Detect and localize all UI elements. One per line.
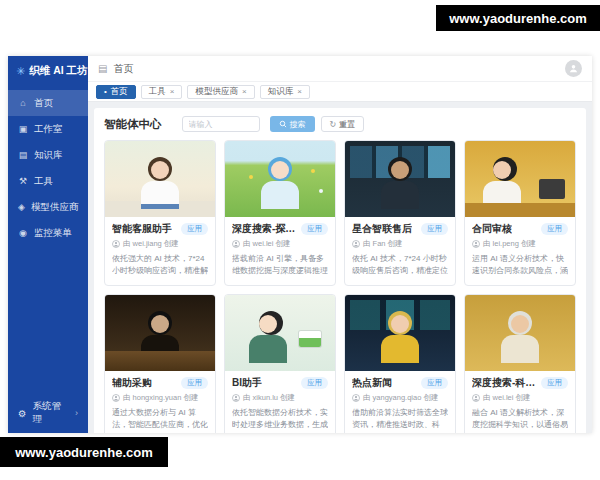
breadcrumb-grid-icon[interactable]: ▤: [98, 63, 107, 74]
sidebar-item-label: 知识库: [34, 149, 63, 162]
close-icon[interactable]: ×: [242, 87, 247, 96]
tab-home[interactable]: • 首页: [96, 85, 136, 99]
card-author-label: 由 wei.jiang 创建: [123, 239, 179, 249]
office-woman-illustration: [465, 141, 575, 217]
search-button[interactable]: 搜索: [270, 116, 315, 132]
illustration-figure: [151, 161, 169, 179]
sidebar-item-system-management[interactable]: ⚙ 系统管理 ›: [8, 401, 88, 425]
sidebar-item-label: 监控菜单: [34, 227, 72, 240]
illustration-figure: [391, 315, 409, 333]
card-author: 由 xikun.lu 创建: [232, 393, 328, 403]
illustration-figure: [501, 335, 539, 363]
card-description: 融合 AI 语义解析技术，深度挖掘科学知识，以通俗易懂解读专业概念，为科普探索提…: [472, 407, 568, 432]
sidebar-item-model-providers[interactable]: ◈ 模型供应商: [8, 194, 88, 220]
newsroom-woman-illustration: [345, 295, 455, 371]
app-type-badge: 应用: [301, 223, 328, 235]
tab-knowledge[interactable]: 知识库 ×: [260, 85, 310, 99]
card-procurement-assistant[interactable]: 辅助采购 应用 由 hongxing.yuan 创建 通过大数据分析与 A: [104, 294, 216, 433]
main-area: ▤ 首页 • 首页 工具 × 模型供应商 × 知: [88, 56, 592, 433]
reset-button[interactable]: ↻ 重置: [321, 116, 365, 132]
card-author: 由 yangyang.qiao 创建: [352, 393, 448, 403]
card-author-label: 由 hongxing.yuan 创建: [123, 393, 198, 403]
reset-icon: ↻: [330, 120, 337, 129]
card-bi-assistant[interactable]: BI助手 应用 由 xikun.lu 创建 依托智能数据分析技术，实时处理: [224, 294, 336, 433]
card-title: 星合智联售后: [352, 222, 412, 236]
illustration-figure: [493, 161, 511, 179]
breadcrumb[interactable]: 首页: [113, 62, 133, 76]
panel-toolbar: 智能体中心 搜索 ↻ 重置: [104, 116, 576, 132]
sidebar-item-knowledge[interactable]: ▤ 知识库: [8, 142, 88, 168]
card-description: 借助前沿算法实时筛选全球资讯，精准推送时政、科技、文娱等热点，助你快速掌握天下要…: [352, 407, 448, 432]
card-deep-search-explore[interactable]: 深度搜索-探索版 应用 由 wei.lei 创建 搭载前沿 AI 引擎，具: [224, 140, 336, 286]
card-author-label: 由 Fan 创建: [363, 239, 403, 249]
illustration-figure: [261, 181, 299, 209]
search-input[interactable]: [182, 116, 260, 132]
active-dot-icon: •: [104, 88, 107, 96]
tab-model-providers[interactable]: 模型供应商 ×: [187, 85, 254, 99]
card-author: 由 hongxing.yuan 创建: [112, 393, 208, 403]
card-author-label: 由 xikun.lu 创建: [243, 393, 295, 403]
home-icon: ⌂: [18, 98, 28, 108]
card-author-label: 由 wei.lei 创建: [483, 393, 531, 403]
card-title: 热点新闻: [352, 376, 392, 390]
app-type-badge: 应用: [421, 377, 448, 389]
card-deep-search-science[interactable]: 深度搜索-科普版 应用 由 wei.lei 创建 融合 AI 语义解析技术: [464, 294, 576, 433]
illustration-figure: [151, 315, 169, 333]
card-hot-news[interactable]: 热点新闻 应用 由 yangyang.qiao 创建 借助前沿算法实时筛选: [344, 294, 456, 433]
anime-girl-explorer-illustration: [225, 141, 335, 217]
illustration-figure: [141, 181, 179, 209]
close-icon[interactable]: ×: [170, 87, 175, 96]
card-body: BI助手 应用 由 xikun.lu 创建 依托智能数据分析技术，实时处理: [225, 371, 335, 433]
top-header: ▤ 首页: [88, 56, 592, 82]
illustration-figure: [511, 315, 529, 333]
content-area: 智能体中心 搜索 ↻ 重置: [88, 102, 592, 433]
card-author: 由 wei.lei 创建: [232, 239, 328, 249]
card-title: 智能客服助手: [112, 222, 172, 236]
sidebar-item-label: 系统管理: [33, 400, 69, 426]
knowledge-icon: ▤: [18, 150, 28, 160]
illustration-figure: [381, 335, 419, 363]
meeting-room-illustration: [105, 295, 215, 371]
card-description: 搭载前沿 AI 引擎，具备多维数据挖掘与深度逻辑推理能力，助力用户突破信息壁垒，…: [232, 253, 328, 278]
card-author: 由 wei.jiang 创建: [112, 239, 208, 249]
search-icon: [279, 120, 287, 128]
sidebar-item-label: 首页: [34, 97, 53, 110]
page-title: 智能体中心: [104, 117, 162, 132]
illustration-figure: [381, 181, 419, 209]
bi-assistant-girl-illustration: [225, 295, 335, 371]
card-title: 深度搜索-探索版: [232, 222, 297, 236]
tab-label: 模型供应商: [195, 86, 238, 98]
tab-label: 首页: [111, 86, 128, 98]
illustration-figure: [249, 335, 287, 363]
sidebar-item-monitor-menu[interactable]: ◉ 监控菜单: [8, 220, 88, 246]
card-xinghe-after-sales[interactable]: 星合智联售后 应用 由 Fan 创建 依托 AI 技术，7*24 小时秒级: [344, 140, 456, 286]
app-title: 织维 AI 工坊: [29, 64, 87, 78]
watermark-top: www.yaodurenhe.com: [436, 5, 600, 31]
card-body: 热点新闻 应用 由 yangyang.qiao 创建 借助前沿算法实时筛选: [345, 371, 455, 433]
author-avatar-icon: [472, 394, 480, 402]
tab-tools[interactable]: 工具 ×: [141, 85, 183, 99]
tab-label: 知识库: [268, 86, 294, 98]
card-title: 辅助采购: [112, 376, 152, 390]
sidebar-item-studio[interactable]: ▣ 工作室: [8, 116, 88, 142]
card-author-label: 由 wei.lei 创建: [243, 239, 291, 249]
app-window: ✳ 织维 AI 工坊 ⌂ 首页 ▣ 工作室 ▤ 知识库 ⚒ 工具 ◈ 模型供应商: [8, 56, 592, 433]
card-contract-review[interactable]: 合同审核 应用 由 lei.peng 创建 运用 AI 语义分析技术，快速: [464, 140, 576, 286]
card-body: 智能客服助手 应用 由 wei.jiang 创建 依托强大的 AI 技术，: [105, 217, 215, 285]
scientist-man-illustration: [465, 295, 575, 371]
card-body: 辅助采购 应用 由 hongxing.yuan 创建 通过大数据分析与 A: [105, 371, 215, 433]
sidebar-item-home[interactable]: ⌂ 首页: [8, 90, 88, 116]
illustration-figure: [483, 181, 521, 209]
sidebar-item-label: 模型供应商: [31, 201, 79, 214]
close-icon[interactable]: ×: [297, 87, 302, 96]
card-description: 依托智能数据分析技术，实时处理多维业务数据，生成可视化决策报告，助力企业精准决策…: [232, 407, 328, 432]
tab-label: 工具: [149, 86, 166, 98]
user-avatar[interactable]: [565, 60, 582, 77]
monitor-icon: ◉: [18, 228, 28, 238]
card-description: 依托 AI 技术，7*24 小时秒级响应售后咨询，精准定位解决方案，联动人工客服…: [352, 253, 448, 278]
card-smart-customer-service[interactable]: 智能客服助手 应用 由 wei.jiang 创建 依托强大的 AI 技术，: [104, 140, 216, 286]
card-description: 依托强大的 AI 技术，7*24 小时秒级响应咨询，精准解析需求，提供业务解答、…: [112, 253, 208, 278]
sidebar-item-tools[interactable]: ⚒ 工具: [8, 168, 88, 194]
author-avatar-icon: [232, 240, 240, 248]
card-description: 通过大数据分析与 AI 算法，智能匹配供应商，优化采购流程，实时监控价格波动，助…: [112, 407, 208, 432]
